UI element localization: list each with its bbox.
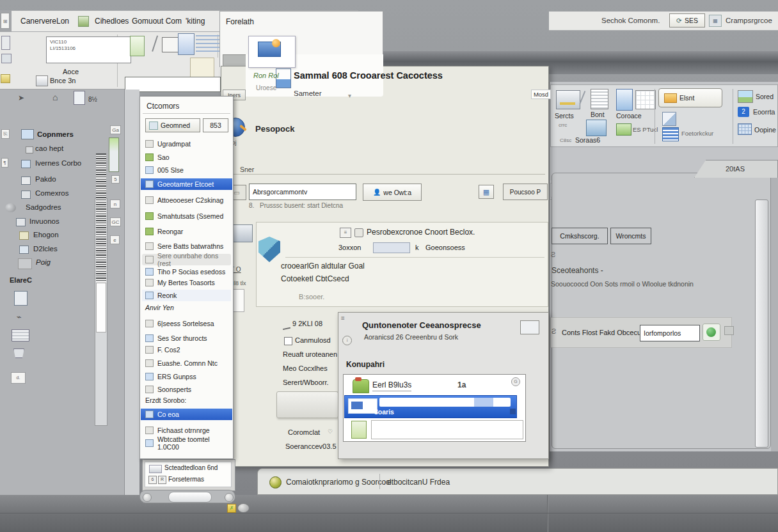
oopine-icon[interactable] [738,123,752,135]
menu-item-selected[interactable]: Co eoa [141,409,232,420]
menu-item[interactable]: Fichaast otrnnrge [142,425,231,436]
inner-row1-label[interactable]: Eerl B9lu3s [372,380,411,391]
wave-icon[interactable]: ⌁ [17,312,22,322]
footer-line2[interactable]: Forsetermas [168,476,204,483]
action-button[interactable]: Poucsoo P [503,184,548,200]
sercts-monitor-icon[interactable] [556,90,580,109]
copy-icon[interactable] [1,54,12,63]
sored-image-icon[interactable] [738,90,753,103]
info-circle-icon[interactable]: G [511,377,520,386]
device-icon[interactable] [36,75,48,86]
menu-item[interactable]: Sere Batts batwrathns [142,240,231,252]
warning-mini-icon[interactable]: ✗ [227,504,236,513]
tree-item-sadgodres[interactable]: Sadgodres [26,203,61,211]
mini-chip-n[interactable]: n [110,199,120,208]
right-scrollbar[interactable] [755,199,768,448]
footer-check-2[interactable]: R [158,476,166,484]
confirm-toggle[interactable] [703,324,720,341]
funnel-icon[interactable] [13,348,24,358]
menu-item[interactable]: Soonsperts [142,384,231,395]
mini-chip-5[interactable]: 5 [111,175,120,184]
menu-item[interactable]: Ses Sor thurocts [142,332,231,344]
hscroll-right-button[interactable] [225,493,234,502]
menu-item[interactable]: Reonk [142,290,231,301]
menu-item-gomuout[interactable]: Gomuout Com [132,17,182,26]
mini-chip-ga[interactable]: Ga [110,125,121,134]
coroace-doc-icon[interactable] [616,89,633,111]
inner-empty-row[interactable] [371,420,523,439]
wroncmts-button[interactable]: Wroncmts [610,228,651,244]
menu-item-canervere[interactable]: Canervere [20,17,56,26]
menu-item[interactable]: 005 Slse [142,164,231,176]
menu-item[interactable]: Tiho P Socias esedoss [142,266,231,278]
es-ptucl-icon[interactable] [616,123,631,136]
sync-button[interactable]: ⟳ SES [669,13,705,27]
row-field[interactable] [373,242,410,253]
tree-item-pakdo[interactable]: Pakdo [35,175,56,183]
tree-item-caohept[interactable]: cao hept [35,145,63,152]
checkbox-icon[interactable] [284,337,292,345]
grip-icon[interactable]: ≡ [341,315,349,324]
menu-item[interactable]: Wbtcatbe toomtel 1.0C00 [142,437,231,449]
side-item-6[interactable]: Soeranccev03.5 [285,442,337,450]
tree-item-invuonos[interactable]: Invuonos [29,217,60,225]
menu-item[interactable]: F. Cos2 [142,344,231,356]
home-icon[interactable]: ⌂ [52,92,64,102]
back-icon[interactable]: ↓ [342,336,352,345]
ribbon-info-box[interactable]: VIC110 LI/1513106 [46,36,131,63]
menu-item[interactable]: Erzdt Sorobo: [142,395,231,406]
bont-doc-icon[interactable] [591,89,608,109]
mini-chip-e[interactable]: e [110,235,120,244]
new-document-icon[interactable] [130,36,145,56]
tree-item-d2lcles[interactable]: D2lcles [33,245,58,253]
menu-item[interactable]: Smahtutsats (Ssemed [142,210,231,222]
tree-item-ehogon[interactable]: Ehogon [33,231,59,239]
mini-chip-gc[interactable]: GC [110,217,121,226]
menu-item-lon[interactable]: Lon [56,17,69,26]
chevron-down-icon[interactable]: ▾ [348,92,351,99]
blue-document-icon[interactable] [178,33,194,55]
sidebar-scrollbar-thumb[interactable] [96,283,106,332]
left-strip-icon-1[interactable]: ⎘ [1,129,10,139]
teal-window-icon[interactable] [586,120,607,136]
eoorrta-icon[interactable]: 2 [738,107,749,117]
menu-item[interactable]: Euashe. Comnn Ntc [142,357,231,369]
highlight-icon[interactable] [1,74,10,83]
tree-item-comexros[interactable]: Comexros [35,189,68,197]
menu-item-kiting[interactable]: 'kiting [186,17,205,26]
pointer-icon[interactable]: ➤ [18,93,28,104]
horizontal-scrollbar[interactable] [139,490,235,503]
tree-item-ivernes[interactable]: Ivernes Corbo [35,159,81,167]
clipboard-icon[interactable] [1,36,10,50]
menu-item[interactable]: My Bertes Toasorts [142,277,231,288]
page-icon[interactable] [74,91,85,105]
side-item-4[interactable]: Serert/Wboorr. [283,379,329,386]
tab-20tas[interactable]: 20tAS [694,160,778,178]
cmkshscorg-button[interactable]: Cmkshscorg. [552,228,608,244]
general-badge-box[interactable]: 853 [203,118,228,132]
foetorkckur-icon[interactable] [662,127,679,141]
footer-check-1[interactable]: 6 [148,476,157,484]
chart-icon[interactable] [14,291,28,306]
menu-item-cihedloes[interactable]: Cihedloes [95,17,129,26]
side-item-0[interactable]: 9 2KLI 08 [292,320,322,327]
menu-item[interactable]: Anvir Yen [142,302,231,313]
footer-line1[interactable]: Scteadtedloan 6nd [164,464,218,471]
mosd-chip[interactable]: Mosd [531,90,551,99]
option-1[interactable]: crooearlGn aldtular Goal [281,262,365,270]
small-gray-button[interactable] [724,326,734,335]
side-item-5[interactable]: Coromclat [288,428,320,436]
side-item-2[interactable]: Reuaft uroteanen [283,350,337,358]
option-2[interactable]: Cotoeketl CbtCsecd [281,274,349,283]
hd-grid-button[interactable]: ▦ [479,185,494,199]
elsnt-button[interactable]: Elsnt [658,88,722,107]
cube-icon[interactable] [662,112,676,126]
browse-button[interactable]: 👤 we Owt:a [363,184,422,201]
menu-item[interactable]: Attoeooeser C2skinag [142,194,231,206]
path-input[interactable]: Abrsgorcammontv [249,184,356,200]
right-field-input[interactable]: Iorfomporlos [640,325,700,341]
inner-selected-row[interactable]: 8oaris [344,395,517,418]
coroace-table-icon[interactable] [635,90,656,109]
menu-item[interactable]: ERS Gunpss [142,371,231,382]
note-icon[interactable] [190,58,214,78]
